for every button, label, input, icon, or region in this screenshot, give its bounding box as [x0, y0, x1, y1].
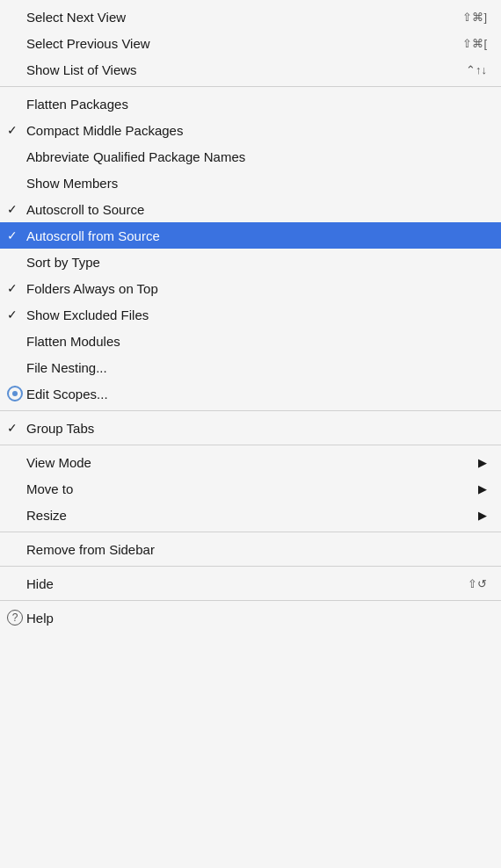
menu-item-folders-always-on-top[interactable]: ✓Folders Always on Top	[0, 275, 501, 301]
check-mark: ✓	[7, 202, 26, 216]
check-mark: ✓	[7, 421, 26, 435]
check-mark: ✓	[7, 123, 26, 137]
menu-item-label: Autoscroll to Source	[26, 202, 487, 217]
menu-item-select-previous-view[interactable]: Select Previous View⇧⌘[	[0, 30, 501, 56]
menu-item-abbreviate-qualified-package-names[interactable]: Abbreviate Qualified Package Names	[0, 143, 501, 170]
menu-item-label: Flatten Packages	[26, 97, 487, 112]
keyboard-shortcut: ⇧↺	[468, 577, 487, 590]
menu-item-label: Select Previous View	[26, 36, 462, 51]
separator	[0, 86, 501, 87]
submenu-arrow-icon: ▶	[478, 456, 487, 469]
menu-item-label: Edit Scopes...	[26, 387, 487, 401]
menu-item-label: Show Excluded Files	[26, 307, 487, 322]
submenu-arrow-icon: ▶	[478, 509, 487, 522]
menu-item-compact-middle-packages[interactable]: ✓Compact Middle Packages	[0, 117, 501, 143]
menu-item-show-list-of-views[interactable]: Show List of Views⌃↑↓	[0, 56, 501, 83]
menu-item-label: Show List of Views	[26, 62, 466, 77]
menu-item-label: Flatten Modules	[26, 334, 487, 349]
menu-item-autoscroll-from-source[interactable]: ✓Autoscroll from Source	[0, 222, 501, 249]
menu-item-remove-from-sidebar[interactable]: Remove from Sidebar	[0, 536, 501, 562]
check-mark: ✓	[7, 307, 26, 322]
menu-item-show-excluded-files[interactable]: ✓Show Excluded Files	[0, 301, 501, 328]
menu-item-label: Remove from Sidebar	[26, 542, 487, 557]
menu-item-edit-scopes[interactable]: Edit Scopes...	[0, 380, 501, 407]
menu-item-move-to[interactable]: Move to▶	[0, 475, 501, 502]
separator	[0, 600, 501, 601]
menu-item-label: Resize	[26, 508, 478, 523]
menu-item-label: Folders Always on Top	[26, 281, 487, 296]
keyboard-shortcut: ⇧⌘[	[462, 37, 487, 50]
menu-item-label: View Mode	[26, 455, 478, 470]
keyboard-shortcut: ⇧⌘]	[462, 11, 487, 24]
check-mark: ✓	[7, 281, 26, 295]
menu-item-label: Compact Middle Packages	[26, 123, 487, 138]
submenu-arrow-icon: ▶	[478, 482, 487, 495]
menu-item-select-next-view[interactable]: Select Next View⇧⌘]	[0, 4, 501, 30]
menu-item-label: Select Next View	[26, 10, 462, 25]
separator	[0, 532, 501, 532]
menu-item-label: Help	[26, 611, 487, 626]
check-mark: ✓	[7, 228, 26, 242]
separator	[0, 410, 501, 411]
menu-item-label: File Nesting...	[26, 360, 487, 375]
menu-item-sort-by-type[interactable]: Sort by Type	[0, 249, 501, 275]
menu-item-hide[interactable]: Hide⇧↺	[0, 570, 501, 597]
menu-item-label: Abbreviate Qualified Package Names	[26, 149, 487, 164]
menu-item-label: Sort by Type	[26, 255, 487, 270]
context-menu: Select Next View⇧⌘]Select Previous View⇧…	[0, 0, 501, 868]
separator	[0, 566, 501, 567]
separator	[0, 445, 501, 445]
menu-item-flatten-modules[interactable]: Flatten Modules	[0, 328, 501, 354]
menu-item-label: Autoscroll from Source	[26, 228, 487, 243]
menu-item-file-nesting[interactable]: File Nesting...	[0, 354, 501, 380]
menu-item-help[interactable]: ?Help	[0, 604, 501, 631]
menu-item-autoscroll-to-source[interactable]: ✓Autoscroll to Source	[0, 196, 501, 222]
menu-item-label: Show Members	[26, 176, 487, 191]
menu-item-label: Move to	[26, 481, 478, 496]
menu-item-show-members[interactable]: Show Members	[0, 170, 501, 196]
menu-item-label: Hide	[26, 576, 468, 591]
scope-icon	[7, 386, 23, 401]
menu-item-view-mode[interactable]: View Mode▶	[0, 449, 501, 475]
menu-item-flatten-packages[interactable]: Flatten Packages	[0, 90, 501, 117]
menu-item-label: Group Tabs	[26, 421, 487, 436]
menu-item-group-tabs[interactable]: ✓Group Tabs	[0, 415, 501, 441]
help-icon: ?	[7, 610, 23, 626]
menu-item-resize[interactable]: Resize▶	[0, 502, 501, 528]
keyboard-shortcut: ⌃↑↓	[466, 63, 487, 76]
